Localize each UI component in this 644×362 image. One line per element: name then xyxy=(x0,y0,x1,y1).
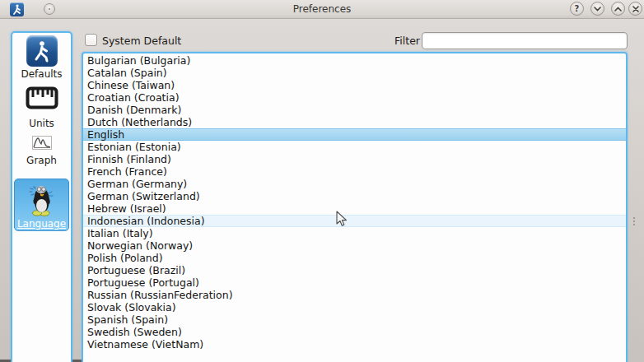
list-item[interactable]: Norwegian (Norway) xyxy=(83,239,626,252)
list-item[interactable]: Portuguese (Brazil) xyxy=(83,264,626,276)
list-item[interactable]: German (Germany) xyxy=(83,178,626,190)
list-item[interactable]: Estonian (Estonia) xyxy=(83,141,626,153)
list-item[interactable]: Vietnamese (VietNam) xyxy=(83,338,626,350)
list-item[interactable]: Italian (Italy) xyxy=(83,227,626,239)
sidebar-item-units[interactable]: Units xyxy=(12,86,71,129)
tux-penguin-icon xyxy=(24,182,60,218)
language-rows: Bulgarian (Bulgaria)Catalan (Spain)Chine… xyxy=(83,54,626,350)
maximize-button[interactable] xyxy=(611,2,625,16)
list-item[interactable]: Russian (RussianFederation) xyxy=(83,289,626,301)
filter-label: Filter xyxy=(394,35,420,47)
list-item[interactable]: Swedish (Sweden) xyxy=(83,326,626,338)
category-sidebar: Defaults Units Graph xyxy=(11,31,72,362)
system-default-checkbox[interactable] xyxy=(85,34,97,46)
list-item[interactable]: French (France) xyxy=(83,165,626,178)
list-item[interactable]: Bulgarian (Bulgaria) xyxy=(83,54,626,67)
chevron-down-icon xyxy=(594,7,601,12)
splitter-handle[interactable] xyxy=(633,216,636,227)
sidebar-item-language[interactable]: Language xyxy=(14,179,69,231)
list-item[interactable]: Indonesian (Indonesia) xyxy=(83,215,626,227)
sidebar-item-label: Language xyxy=(15,218,68,230)
close-button[interactable] xyxy=(628,2,642,16)
system-default-label: System Default xyxy=(102,35,181,47)
sidebar-item-defaults[interactable]: Defaults xyxy=(12,35,71,80)
titlebar: Preferences ? xyxy=(0,0,644,19)
list-item[interactable]: Spanish (Spain) xyxy=(83,313,626,326)
close-icon xyxy=(632,6,639,12)
list-item[interactable]: Slovak (Slovakia) xyxy=(83,301,626,313)
graph-icon xyxy=(32,136,52,150)
list-item[interactable]: Catalan (Spain) xyxy=(83,67,626,79)
chevron-up-icon xyxy=(614,7,622,12)
sidebar-item-label: Graph xyxy=(12,155,71,166)
window-title: Preferences xyxy=(0,3,644,15)
help-button[interactable]: ? xyxy=(570,2,584,16)
list-item[interactable]: Danish (Denmark) xyxy=(83,104,626,116)
list-item[interactable]: Croatian (Croatia) xyxy=(83,91,626,104)
list-item[interactable]: English xyxy=(83,128,626,141)
sidebar-item-label: Defaults xyxy=(12,68,71,80)
filter-input[interactable] xyxy=(422,32,628,49)
sidebar-item-graph[interactable]: Graph xyxy=(12,136,71,166)
list-item[interactable]: Polish (Poland) xyxy=(83,252,626,264)
list-item[interactable]: Hebrew (Israel) xyxy=(83,202,626,215)
list-item[interactable]: Portuguese (Portugal) xyxy=(83,276,626,289)
ruler-icon xyxy=(26,86,58,109)
list-item[interactable]: Dutch (Netherlands) xyxy=(83,116,626,128)
list-item[interactable]: Finnish (Finland) xyxy=(83,153,626,165)
list-item[interactable]: Chinese (Taiwan) xyxy=(83,79,626,91)
minimize-button[interactable] xyxy=(590,2,604,16)
hiker-icon xyxy=(26,35,58,67)
help-icon: ? xyxy=(575,4,580,13)
language-list: Bulgarian (Bulgaria)Catalan (Spain)Chine… xyxy=(82,52,628,362)
list-item[interactable]: German (Switzerland) xyxy=(83,190,626,202)
sidebar-item-label: Units xyxy=(12,118,71,129)
